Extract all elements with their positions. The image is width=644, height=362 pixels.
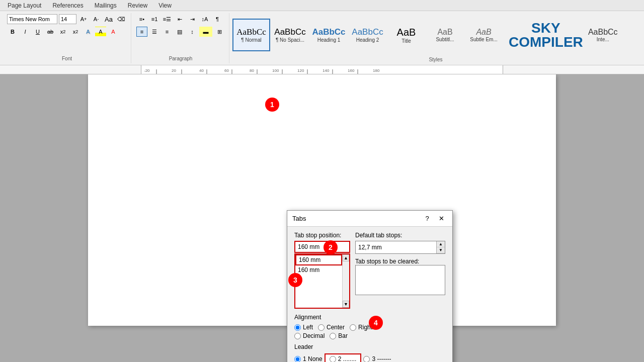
tab-stops-to-clear-area — [355, 265, 445, 295]
leader-dashes-option[interactable]: 3 ------- — [363, 355, 391, 362]
align-center-button[interactable]: ☰ — [149, 27, 160, 37]
default-tab-stops-label: Default tab stops: — [355, 232, 445, 239]
align-left-button[interactable]: ≡ — [136, 27, 147, 37]
show-formatting-button[interactable]: ¶ — [212, 14, 223, 24]
spinner-up-button[interactable]: ▲ — [437, 241, 445, 247]
style-title[interactable]: AaB Title — [387, 19, 425, 51]
style-heading2[interactable]: AaBbCc Heading 2 — [349, 19, 386, 51]
align-bar-option[interactable]: Bar — [330, 332, 348, 339]
leader-none-option[interactable]: 1 None — [294, 355, 323, 362]
watermark-ribbon: SKY COMPILER — [509, 21, 583, 49]
tab-references[interactable]: References — [47, 1, 88, 10]
style-normal[interactable]: AaBbCc ¶ Normal — [232, 19, 270, 51]
tab-page-layout[interactable]: Page Layout — [3, 1, 46, 10]
svg-text:160: 160 — [348, 68, 355, 73]
font-name-input[interactable] — [7, 14, 57, 24]
multilevel-list-button[interactable]: ≡☰ — [162, 14, 173, 24]
default-tab-stops-group: Default tab stops: ▲ ▼ Tab stops to be c… — [355, 232, 445, 309]
style-no-spacing[interactable]: AaBbCc ¶ No Spaci... — [271, 19, 309, 51]
paragraph-group-label: Paragraph — [169, 56, 193, 62]
strikethrough-button[interactable]: ab — [45, 27, 56, 37]
font-name-row: A+ A- Aa ⌫ — [7, 14, 127, 24]
dialog-close-button[interactable]: ✕ — [435, 213, 447, 224]
font-color-button[interactable]: A — [108, 27, 119, 37]
shrink-font-button[interactable]: A- — [91, 14, 102, 24]
styles-section: AaBbCc ¶ Normal AaBbCc ¶ No Spaci... AaB… — [230, 13, 641, 63]
default-tab-stops-spinner: ▲ ▼ — [436, 241, 445, 253]
style-intense-label: Inte... — [597, 37, 609, 42]
style-heading1[interactable]: AaBbCc Heading 1 — [310, 19, 348, 51]
tab-stop-position-input[interactable] — [294, 241, 350, 253]
style-normal-label: ¶ Normal — [241, 37, 261, 43]
italic-button[interactable]: I — [20, 27, 31, 37]
line-spacing-button[interactable]: ↕ — [187, 27, 198, 37]
shading-button[interactable]: ▬ — [199, 27, 212, 37]
subscript-button[interactable]: x2 — [57, 27, 68, 37]
align-decimal-option[interactable]: Decimal — [294, 332, 325, 339]
tab-stop-position-group: Tab stop position: 160 mm 160 mm ▲ — [294, 232, 350, 309]
style-normal-text: AaBbCc — [236, 27, 266, 37]
tab-review[interactable]: Review — [123, 1, 152, 10]
step-4-label: 4 — [369, 316, 383, 330]
default-tab-stops-value[interactable] — [356, 241, 436, 253]
scroll-up-arrow[interactable]: ▲ — [343, 254, 349, 261]
font-group: A+ A- Aa ⌫ B I U ab x2 x2 A A A Font — [3, 13, 131, 63]
style-subtitle[interactable]: AaB Subtitl... — [426, 19, 464, 51]
style-title-text: AaB — [397, 27, 416, 38]
style-heading1-text: AaBbCc — [312, 27, 345, 37]
step-2-label: 2 — [324, 240, 338, 254]
svg-text:80: 80 — [250, 68, 254, 73]
sort-button[interactable]: ↕A — [199, 14, 210, 24]
document-area: 1 2 3 4 Tabs ? ✕ Tab stop position: — [0, 74, 644, 362]
default-tab-stops-input-group: ▲ ▼ — [355, 241, 445, 254]
leader-section: Leader 1 None 2 ........ 3 ------- — [294, 343, 445, 362]
tab-stop-list-item-1[interactable]: 160 mm — [295, 265, 342, 275]
ruler: -20 20 40 60 80 100 120 140 160 180 — [0, 65, 644, 74]
step-3-label: 3 — [288, 273, 302, 287]
leader-label: Leader — [294, 343, 445, 350]
align-center-option[interactable]: Center — [318, 324, 345, 331]
svg-text:60: 60 — [224, 68, 229, 73]
underline-button[interactable]: U — [32, 27, 43, 37]
highlight-button[interactable]: A — [95, 27, 106, 37]
bullets-button[interactable]: ≡• — [136, 14, 147, 24]
increase-indent-button[interactable]: ⇥ — [187, 14, 198, 24]
change-case-button[interactable]: Aa — [103, 14, 114, 24]
ruler-svg: -20 20 40 60 80 100 120 140 160 180 — [141, 65, 503, 74]
tab-stop-list-item-0[interactable]: 160 mm — [295, 254, 342, 265]
style-heading2-label: Heading 2 — [356, 37, 379, 43]
tabs-dialog: Tabs ? ✕ Tab stop position: — [287, 210, 453, 362]
text-effects-button[interactable]: A — [83, 27, 94, 37]
spinner-down-button[interactable]: ▼ — [437, 247, 445, 253]
ribbon-content: A+ A- Aa ⌫ B I U ab x2 x2 A A A Font — [0, 11, 644, 65]
ribbon: Page Layout References Mailings Review V… — [0, 0, 644, 65]
grow-font-button[interactable]: A+ — [78, 14, 89, 24]
align-left-option[interactable]: Left — [294, 324, 313, 331]
bold-button[interactable]: B — [7, 27, 18, 37]
dialog-title-buttons: ? ✕ — [421, 213, 447, 224]
tab-view[interactable]: View — [153, 1, 177, 10]
justify-button[interactable]: ▤ — [174, 27, 185, 37]
style-intense[interactable]: AaBbCc Inte... — [584, 19, 622, 51]
style-subtle-emphasis[interactable]: AaB Subtle Em... — [465, 19, 503, 51]
dialog-body: Tab stop position: 160 mm 160 mm ▲ — [287, 227, 452, 362]
leader-dots-option[interactable]: 2 ........ — [325, 353, 362, 362]
decrease-indent-button[interactable]: ⇤ — [174, 14, 185, 24]
style-subtitle-text: AaB — [437, 28, 452, 37]
svg-text:140: 140 — [323, 68, 330, 73]
font-format-row: B I U ab x2 x2 A A A — [7, 27, 119, 37]
align-right-button[interactable]: ≡ — [162, 27, 173, 37]
style-heading1-label: Heading 1 — [317, 37, 341, 43]
dialog-help-button[interactable]: ? — [421, 213, 433, 224]
borders-button[interactable]: ⊞ — [214, 27, 225, 37]
style-no-spacing-label: ¶ No Spaci... — [276, 37, 304, 43]
tab-mailings[interactable]: Mailings — [90, 1, 122, 10]
clear-format-button[interactable]: ⌫ — [116, 14, 127, 24]
numbering-button[interactable]: ≡1 — [149, 14, 160, 24]
alignment-radio-group-2: Decimal Bar — [294, 332, 445, 339]
superscript-button[interactable]: x2 — [70, 27, 81, 37]
font-size-input[interactable] — [59, 14, 76, 24]
scroll-down-arrow[interactable]: ▼ — [343, 301, 349, 308]
styles-group-label: Styles — [230, 57, 641, 63]
tab-stop-scrollbar: ▲ ▼ — [342, 254, 349, 308]
